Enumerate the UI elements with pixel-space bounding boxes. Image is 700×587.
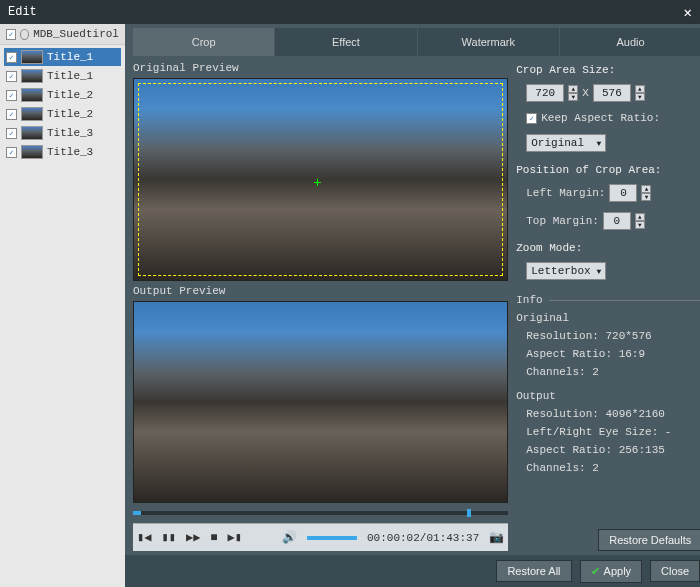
- crosshair-icon: +: [313, 175, 321, 191]
- thumbnail: [21, 50, 43, 64]
- thumbnail: [21, 69, 43, 83]
- zoom-mode-select[interactable]: Letterbox ▼: [526, 262, 606, 280]
- playback-controls: ▮◀ ▮▮ ▶▶ ■ ▶▮ 🔊 00:00:02/01:43:37 📷: [133, 523, 508, 551]
- sidebar: MDB_Suedtirol Title_1 Title_1 Title_2: [0, 24, 125, 587]
- titlebar: Edit ✕: [0, 0, 700, 24]
- item-checkbox[interactable]: [6, 147, 17, 158]
- sidebar-header: MDB_Suedtirol: [0, 24, 125, 45]
- disc-icon: [20, 29, 30, 40]
- spin-down-icon[interactable]: ▼: [635, 221, 645, 229]
- restore-defaults-button[interactable]: Restore Defaults: [598, 529, 700, 551]
- info-line: Resolution: 4096*2160: [526, 408, 700, 420]
- thumbnail: [21, 107, 43, 121]
- top-margin-label: Top Margin:: [526, 215, 599, 227]
- info-line: Aspect Ratio: 256:135: [526, 444, 700, 456]
- crop-width-input[interactable]: 720: [526, 84, 564, 102]
- volume-slider[interactable]: [307, 536, 357, 540]
- zoom-mode-label: Zoom Mode:: [516, 242, 700, 254]
- top-margin-input[interactable]: 0: [603, 212, 631, 230]
- info-line: Aspect Ratio: 16:9: [526, 348, 700, 360]
- footer: Restore All ✔ Apply Close: [125, 555, 700, 587]
- item-checkbox[interactable]: [6, 90, 17, 101]
- spin-up-icon[interactable]: ▲: [635, 85, 645, 93]
- close-icon[interactable]: ✕: [684, 4, 692, 21]
- restore-all-button[interactable]: Restore All: [496, 560, 571, 582]
- next-frame-icon[interactable]: ▶▮: [228, 530, 242, 545]
- info-line: Resolution: 720*576: [526, 330, 700, 342]
- info-line: Channels: 2: [526, 366, 700, 378]
- tab-audio[interactable]: Audio: [560, 28, 700, 56]
- chevron-down-icon: ▼: [596, 139, 601, 148]
- left-margin-label: Left Margin:: [526, 187, 605, 199]
- thumbnail: [21, 145, 43, 159]
- info-line: Channels: 2: [526, 462, 700, 474]
- spin-up-icon[interactable]: ▲: [568, 85, 578, 93]
- window-title: Edit: [8, 5, 37, 19]
- tab-effect[interactable]: Effect: [275, 28, 417, 56]
- info-original-heading: Original: [516, 312, 700, 324]
- project-name: MDB_Suedtirol: [33, 28, 119, 40]
- title-label: Title_3: [47, 146, 93, 158]
- title-label: Title_3: [47, 127, 93, 139]
- spin-down-icon[interactable]: ▼: [568, 93, 578, 101]
- aspect-ratio-select[interactable]: Original ▼: [526, 134, 606, 152]
- title-label: Title_1: [47, 70, 93, 82]
- tabs: Crop Effect Watermark Audio: [133, 28, 700, 56]
- crop-height-input[interactable]: 576: [593, 84, 631, 102]
- output-preview: [133, 301, 508, 504]
- tab-crop[interactable]: Crop: [133, 28, 275, 56]
- title-item[interactable]: Title_1: [4, 48, 121, 66]
- thumbnail: [21, 126, 43, 140]
- title-item[interactable]: Title_3: [4, 124, 121, 142]
- original-preview-label: Original Preview: [133, 60, 508, 76]
- info-heading: Info: [516, 294, 542, 306]
- check-icon: ✔: [591, 565, 600, 578]
- play-icon[interactable]: ▶▶: [186, 530, 200, 545]
- seek-bar[interactable]: [133, 505, 508, 521]
- title-label: Title_2: [47, 89, 93, 101]
- title-item[interactable]: Title_3: [4, 143, 121, 161]
- spin-down-icon[interactable]: ▼: [635, 93, 645, 101]
- edit-window: Edit ✕ MDB_Suedtirol Title_1 Title_1: [0, 0, 700, 587]
- crop-size-label: Crop Area Size:: [516, 64, 700, 76]
- snapshot-icon[interactable]: 📷: [489, 530, 504, 545]
- title-item[interactable]: Title_2: [4, 86, 121, 104]
- title-item[interactable]: Title_2: [4, 105, 121, 123]
- title-list: Title_1 Title_1 Title_2 Title_2: [0, 45, 125, 587]
- item-checkbox[interactable]: [6, 109, 17, 120]
- tab-watermark[interactable]: Watermark: [418, 28, 560, 56]
- prev-frame-icon[interactable]: ▮◀: [137, 530, 151, 545]
- item-checkbox[interactable]: [6, 128, 17, 139]
- chevron-down-icon: ▼: [596, 267, 601, 276]
- keep-ratio-checkbox[interactable]: [526, 113, 537, 124]
- spin-down-icon[interactable]: ▼: [641, 193, 651, 201]
- left-margin-input[interactable]: 0: [609, 184, 637, 202]
- x-label: X: [582, 87, 589, 99]
- thumbnail: [21, 88, 43, 102]
- stop-icon[interactable]: ■: [210, 531, 217, 545]
- item-checkbox[interactable]: [6, 52, 17, 63]
- item-checkbox[interactable]: [6, 71, 17, 82]
- info-line: Left/Right Eye Size: -: [526, 426, 700, 438]
- title-label: Title_1: [47, 51, 93, 63]
- close-button[interactable]: Close: [650, 560, 700, 582]
- project-checkbox[interactable]: [6, 29, 16, 40]
- output-preview-label: Output Preview: [133, 283, 508, 299]
- volume-icon[interactable]: 🔊: [282, 530, 297, 545]
- spin-up-icon[interactable]: ▲: [635, 213, 645, 221]
- position-label: Position of Crop Area:: [516, 164, 700, 176]
- title-item[interactable]: Title_1: [4, 67, 121, 85]
- time-display: 00:00:02/01:43:37: [367, 532, 479, 544]
- title-label: Title_2: [47, 108, 93, 120]
- info-output-heading: Output: [516, 390, 700, 402]
- spin-up-icon[interactable]: ▲: [641, 185, 651, 193]
- apply-button[interactable]: ✔ Apply: [580, 560, 643, 583]
- original-preview[interactable]: +: [133, 78, 508, 281]
- settings-panel: Crop Area Size: 720 ▲▼ X 576 ▲▼ Keep Asp…: [516, 60, 700, 551]
- keep-ratio-label: Keep Aspect Ratio:: [541, 112, 660, 124]
- pause-icon[interactable]: ▮▮: [161, 530, 175, 545]
